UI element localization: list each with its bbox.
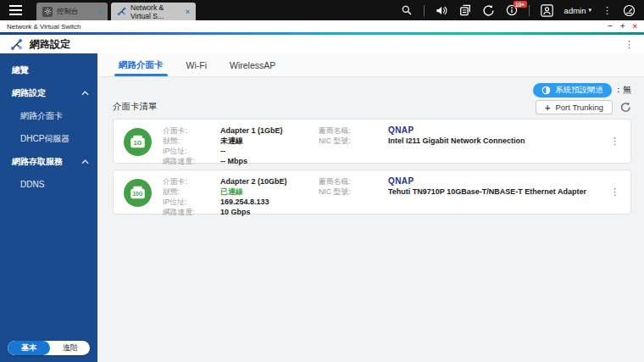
sidebar-item-interfaces[interactable]: 網路介面卡 (0, 104, 97, 127)
field-label: 狀態: (163, 187, 220, 197)
adapter-more-options-icon[interactable]: ⋮ (608, 187, 622, 198)
page-title: 網路設定 (30, 37, 70, 52)
field-label: 廠商名稱: (319, 125, 388, 136)
tab-label: 控制台 (57, 7, 79, 17)
tab-network-virtual-switch[interactable]: Network & Virtual S... × (111, 3, 196, 20)
mode-basic-button[interactable]: 基本 (8, 341, 50, 355)
close-icon[interactable]: × (97, 8, 102, 16)
toggle-icon (541, 86, 551, 95)
nic-model: Intel I211 Gigabit Network Connection (388, 136, 608, 146)
adapter-row: 1G 介面卡: 狀態: IP位址: 網路速度: Adapter 1 (113, 119, 631, 164)
field-label: 廠商名稱: (319, 176, 388, 187)
vendor-logo: QNAP (388, 125, 608, 136)
vendor-logo: QNAP (388, 176, 608, 187)
field-label: 網路速度: (163, 207, 220, 217)
tab-wirelessap[interactable]: WirelessAP (230, 53, 275, 76)
svg-text:1G: 1G (134, 140, 142, 146)
user-icon[interactable] (541, 4, 553, 17)
adapter-more-options-icon[interactable]: ⋮ (608, 136, 622, 147)
system-default-gateway-button[interactable]: 系統預設閘道 (533, 83, 612, 97)
field-label: IP位址: (163, 146, 220, 156)
dashboard-gauge-icon[interactable] (623, 4, 636, 17)
adapter-speed: 10 Gbps (220, 207, 319, 217)
window-titlebar: Network & Virtual Switch − + × (0, 20, 644, 32)
window-title: Network & Virtual Switch (7, 23, 80, 31)
sidebar-item-label: 總覽 (12, 64, 29, 76)
tab-label: Wi-Fi (186, 60, 208, 70)
main-tabs: 網路介面卡 Wi-Fi WirelessAP (97, 53, 644, 77)
sync-icon[interactable] (482, 4, 495, 17)
gateway-value: ：無 (614, 84, 631, 96)
field-label: NIC 型號: (319, 187, 388, 197)
maximize-button[interactable]: + (620, 22, 625, 31)
sidebar-item-label: DHCP伺服器 (20, 133, 69, 145)
header-more-options-icon[interactable]: ⋮ (625, 39, 634, 50)
adapter-ip: -- (220, 146, 319, 156)
interface-list-title: 介面卡清單 (113, 101, 158, 114)
volume-icon[interactable] (436, 5, 448, 16)
svg-text:10G: 10G (132, 191, 142, 197)
adapter-name: Adapter 2 (10GbE) (220, 176, 319, 187)
tab-network-interfaces[interactable]: 網路介面卡 (119, 53, 164, 76)
port-trunking-button[interactable]: + Port Trunking (536, 100, 613, 114)
sidebar-item-label: 網路設定 (12, 87, 46, 99)
minimize-button[interactable]: − (608, 22, 613, 31)
notifications-icon[interactable]: 10+ (506, 4, 518, 16)
divider (529, 5, 530, 16)
field-label: 狀態: (163, 136, 220, 146)
close-icon[interactable]: × (186, 8, 190, 16)
sidebar-group-network-settings[interactable]: 網路設定 (0, 81, 97, 104)
mode-toggle: 基本 進階 (8, 341, 90, 355)
adapter-status: 已連線 (220, 187, 319, 197)
sidebar-item-ddns[interactable]: DDNS (0, 173, 97, 196)
adapter-name: Adapter 1 (1GbE) (220, 125, 319, 136)
tab-control-panel[interactable]: 控制台 × (36, 3, 108, 20)
chevron-up-icon (81, 159, 89, 164)
app-icon (10, 38, 23, 51)
mode-advanced-button[interactable]: 進階 (50, 341, 90, 355)
topbar-actions: 10+ admin ▾ ⋮ (401, 0, 644, 20)
field-label: IP位址: (163, 197, 220, 207)
adapter-speed: -- Mbps (220, 156, 319, 166)
more-options-icon[interactable]: ⋮ (602, 5, 612, 16)
nic-model: Tehuti TN9710P 10GBase-T/NBASE-T Etherne… (388, 187, 608, 197)
adapter-list: 1G 介面卡: 狀態: IP位址: 網路速度: Adapter 1 (113, 119, 631, 214)
gateway-button-label: 系統預設閘道 (555, 85, 603, 96)
adapter-1g-icon: 1G (124, 128, 152, 159)
user-menu[interactable]: admin ▾ (564, 6, 591, 15)
gear-icon (42, 7, 53, 17)
field-label: 網路速度: (163, 156, 220, 166)
divider (424, 5, 425, 16)
sidebar-item-label: 網路介面卡 (20, 110, 63, 122)
field-label: 介面卡: (163, 176, 220, 187)
tab-wifi[interactable]: Wi-Fi (186, 53, 208, 76)
plus-icon: + (545, 103, 550, 113)
adapter-ip: 169.254.8.133 (220, 197, 319, 207)
sidebar-item-label: DDNS (20, 180, 44, 189)
sidebar-item-overview[interactable]: 總覽 (0, 58, 97, 81)
sidebar: 總覽 網路設定 網路介面卡 DHCP伺服器 網路存取服務 DDN (0, 53, 97, 362)
refresh-icon[interactable] (620, 102, 631, 113)
sidebar-item-dhcp-server[interactable]: DHCP伺服器 (0, 127, 97, 150)
network-icon (117, 7, 126, 16)
chevron-down-icon: ▾ (588, 7, 591, 14)
desktop-topbar: 控制台 × Network & Virtual S... × (0, 0, 644, 20)
adapter-status: 未連線 (220, 136, 319, 146)
screen: 控制台 × Network & Virtual S... × (0, 0, 644, 362)
notification-badge: 10+ (514, 1, 527, 8)
tab-label: Network & Virtual S... (130, 3, 181, 20)
app-header: 網路設定 ⋮ (0, 35, 644, 53)
main-panel: 網路介面卡 Wi-Fi WirelessAP (97, 53, 644, 362)
background-tasks-icon[interactable] (459, 4, 471, 16)
tab-label: 網路介面卡 (119, 59, 164, 71)
user-name: admin (564, 6, 586, 15)
close-button[interactable]: × (632, 22, 637, 31)
chevron-up-icon (81, 91, 89, 96)
tab-label: WirelessAP (230, 60, 275, 70)
main-menu-icon[interactable] (0, 0, 31, 20)
content-area: 系統預設閘道 ：無 介面卡清單 + Port Trunking (97, 77, 644, 362)
adapter-row: 10G 介面卡: 狀態: IP位址: 網路速度: Adapter 2 (113, 170, 631, 214)
field-label: NIC 型號: (319, 136, 388, 146)
sidebar-group-network-access[interactable]: 網路存取服務 (0, 150, 97, 173)
search-icon[interactable] (401, 4, 413, 16)
